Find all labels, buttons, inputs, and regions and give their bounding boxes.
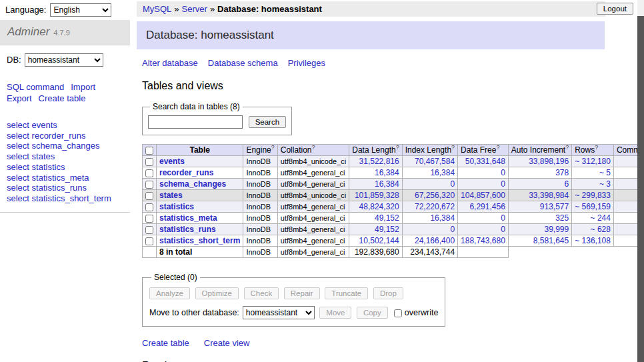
data-length-link[interactable]: 48,824,320: [359, 202, 399, 211]
index-length-link[interactable]: 24,166,400: [415, 236, 455, 245]
overwrite-checkbox[interactable]: [394, 309, 402, 317]
auto-increment-link[interactable]: 913,577: [540, 202, 569, 211]
data-length-link[interactable]: 49,152: [375, 225, 399, 234]
breadcrumb-link-server[interactable]: Server: [182, 4, 207, 14]
search-button[interactable]: Search: [249, 116, 286, 128]
index-length-link[interactable]: 0: [450, 225, 455, 234]
sidebar-item-select-statistics-meta[interactable]: select statistics_meta: [7, 173, 123, 183]
table-link[interactable]: statistics_runs: [159, 225, 216, 234]
help-link[interactable]: ?: [565, 144, 569, 151]
check-button[interactable]: Check: [244, 287, 279, 299]
rows-link[interactable]: ~ 569,159: [575, 202, 611, 211]
data-free-link[interactable]: 6,291,456: [469, 202, 505, 211]
create-view-link[interactable]: Create view: [204, 338, 250, 348]
data-length-link[interactable]: 16,384: [375, 179, 399, 189]
table-link[interactable]: statistics: [159, 202, 194, 211]
sidebar-item-select-recorder-runs[interactable]: select recorder_runs: [7, 131, 123, 141]
auto-increment-link[interactable]: 33,398,984: [529, 191, 569, 200]
sidebar-item-select-states[interactable]: select states: [7, 151, 123, 162]
data-length-link[interactable]: 16,384: [375, 168, 399, 177]
data-free-link[interactable]: 0: [501, 225, 505, 234]
index-length-link[interactable]: 16,384: [430, 213, 455, 223]
language-select[interactable]: English: [50, 3, 111, 17]
rows-link[interactable]: ~ 244: [591, 213, 611, 223]
privileges-link[interactable]: Privileges: [288, 58, 325, 68]
move-db-select[interactable]: homeassistant: [243, 306, 315, 319]
optimize-button[interactable]: Optimize: [195, 287, 239, 299]
truncate-button[interactable]: Truncate: [325, 287, 368, 299]
auto-increment-link[interactable]: 33,898,196: [529, 157, 569, 166]
index-length-link[interactable]: 16,384: [430, 168, 455, 177]
db-select[interactable]: homeassistant: [25, 53, 103, 67]
help-link[interactable]: ?: [396, 144, 399, 151]
data-length-link[interactable]: 49,152: [375, 213, 399, 223]
data-length-link[interactable]: 10,502,144: [359, 236, 399, 245]
data-free-link[interactable]: 0: [501, 179, 505, 189]
create-table-link[interactable]: Create table: [142, 338, 189, 348]
help-link[interactable]: ?: [496, 144, 499, 151]
row-checkbox[interactable]: [145, 226, 153, 234]
table-link[interactable]: statistics_meta: [159, 213, 217, 223]
drop-button[interactable]: Drop: [373, 287, 403, 299]
row-checkbox[interactable]: [145, 158, 153, 166]
analyze-button[interactable]: Analyze: [149, 287, 190, 299]
rows-link[interactable]: ~ 3: [599, 179, 611, 189]
help-link[interactable]: ?: [595, 144, 598, 151]
data-free-link[interactable]: 188,743,680: [461, 236, 505, 245]
data-free-link[interactable]: 0: [501, 213, 505, 223]
data-length-link[interactable]: 31,522,816: [359, 157, 399, 166]
auto-increment-link[interactable]: 8,581,645: [533, 236, 569, 245]
auto-increment-link[interactable]: 39,999: [545, 225, 569, 234]
row-checkbox[interactable]: [145, 181, 153, 189]
breadcrumb-link-mysql[interactable]: MySQL: [143, 4, 171, 14]
sidebar-link-create-table[interactable]: Create table: [39, 93, 86, 103]
rows-link[interactable]: ~ 299,833: [575, 191, 611, 200]
scrollbar-thumb[interactable]: [637, 16, 644, 362]
data-length-link[interactable]: 101,859,328: [355, 191, 399, 200]
row-checkbox[interactable]: [145, 203, 153, 211]
copy-button[interactable]: Copy: [357, 307, 388, 319]
help-link[interactable]: ?: [271, 144, 275, 151]
vertical-scrollbar[interactable]: [637, 0, 644, 362]
data-free-link[interactable]: 0: [501, 168, 505, 177]
index-length-link[interactable]: 70,467,584: [415, 157, 455, 166]
table-link[interactable]: statistics_short_term: [159, 236, 240, 245]
rows-link[interactable]: ~ 628: [591, 225, 611, 234]
logout-button[interactable]: Logout: [597, 3, 633, 15]
rows-link[interactable]: ~ 136,108: [575, 236, 611, 245]
help-link[interactable]: ?: [451, 144, 455, 151]
sidebar-link-sql-command[interactable]: SQL command: [7, 82, 64, 92]
alter-database-link[interactable]: Alter database: [142, 58, 198, 68]
repair-button[interactable]: Repair: [284, 287, 320, 299]
index-length-link[interactable]: 67,256,320: [415, 191, 455, 200]
sidebar-item-select-statistics[interactable]: select statistics: [7, 162, 123, 173]
search-input[interactable]: [148, 115, 243, 129]
table-link[interactable]: events: [159, 157, 185, 166]
index-length-link[interactable]: 0: [450, 179, 455, 189]
help-link[interactable]: ?: [311, 144, 315, 151]
table-link[interactable]: states: [159, 191, 183, 200]
data-free-link[interactable]: 104,857,600: [461, 191, 505, 200]
auto-increment-link[interactable]: 325: [555, 213, 569, 223]
rows-link[interactable]: ~ 5: [599, 168, 611, 177]
row-checkbox[interactable]: [145, 169, 153, 177]
row-checkbox[interactable]: [145, 192, 153, 200]
move-button[interactable]: Move: [319, 307, 351, 319]
index-length-link[interactable]: 72,220,672: [415, 202, 455, 211]
row-checkbox[interactable]: [145, 215, 153, 223]
sidebar-link-import[interactable]: Import: [71, 82, 95, 92]
rows-link[interactable]: ~ 312,180: [575, 157, 611, 166]
sidebar-item-select-schema-changes[interactable]: select schema_changes: [7, 141, 123, 151]
table-link[interactable]: schema_changes: [159, 179, 226, 189]
table-link[interactable]: recorder_runs: [159, 168, 213, 177]
data-free-link[interactable]: 50,331,648: [465, 157, 505, 166]
sidebar-link-export[interactable]: Export: [7, 93, 32, 103]
auto-increment-link[interactable]: 6: [565, 179, 569, 189]
database-schema-link[interactable]: Database schema: [208, 58, 278, 68]
sidebar-item-select-statistics-short-term[interactable]: select statistics_short_term: [7, 193, 123, 204]
sidebar-item-select-statistics-runs[interactable]: select statistics_runs: [7, 183, 123, 193]
select-all-checkbox[interactable]: [145, 147, 153, 155]
row-checkbox[interactable]: [145, 237, 153, 245]
sidebar-item-select-events[interactable]: select events: [7, 120, 123, 131]
auto-increment-link[interactable]: 378: [555, 168, 569, 177]
